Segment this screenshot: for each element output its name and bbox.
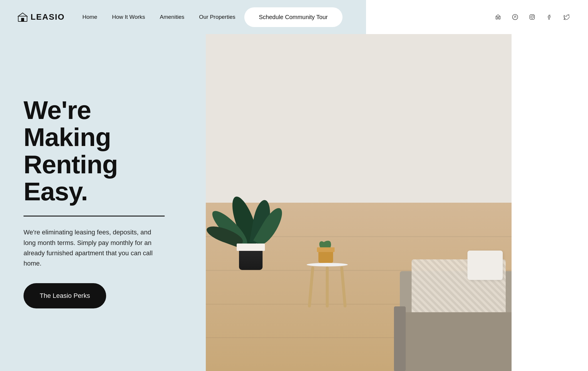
hero-description: We're eliminating leasing fees, deposits…: [24, 227, 159, 268]
couch-body: [394, 312, 512, 371]
nav-link-how-it-works[interactable]: How It Works: [112, 14, 145, 20]
side-table: [307, 263, 348, 266]
hero-left: We're Making Renting Easy. We're elimina…: [0, 34, 206, 371]
logo[interactable]: LEASIO: [18, 12, 65, 22]
facebook-icon[interactable]: [545, 13, 553, 21]
nav-item-amenities[interactable]: Amenities: [160, 14, 184, 20]
nav-link-amenities[interactable]: Amenities: [160, 14, 184, 20]
hero-title-line2: Renting Easy.: [24, 150, 118, 206]
hero-right: [206, 34, 588, 371]
houzz-icon[interactable]: [494, 13, 502, 21]
couch: [394, 268, 512, 371]
logo-text: LEASIO: [31, 12, 65, 22]
nav-link-home[interactable]: Home: [82, 14, 97, 20]
svg-rect-1: [21, 18, 24, 21]
hero-title: We're Making Renting Easy.: [24, 97, 182, 205]
couch-arm: [394, 306, 406, 371]
room-scene: [206, 34, 512, 371]
pillow: [467, 251, 503, 280]
instagram-icon[interactable]: [528, 13, 536, 21]
nav-item-our-properties[interactable]: Our Properties: [199, 14, 235, 20]
hero-title-line1: We're Making: [24, 95, 111, 152]
large-plant: [230, 152, 271, 270]
pinterest-icon[interactable]: [511, 13, 519, 21]
table-top: [307, 263, 348, 266]
large-plant-pot: [239, 244, 263, 270]
nav-cta-wrapper: Schedule Community Tour: [235, 0, 348, 34]
small-plant: [318, 250, 333, 263]
table-leg-3: [326, 266, 329, 308]
svg-point-2: [512, 14, 518, 20]
svg-point-5: [533, 15, 534, 16]
nav-left: LEASIO Home How It Works Amenities Our P…: [0, 0, 366, 34]
nav-item-home[interactable]: Home: [82, 14, 97, 20]
navigation: LEASIO Home How It Works Amenities Our P…: [0, 0, 588, 34]
room-photo: [206, 34, 512, 371]
main-content: We're Making Renting Easy. We're elimina…: [0, 34, 588, 371]
nav-right: [366, 0, 588, 34]
schedule-tour-button[interactable]: Schedule Community Tour: [244, 7, 343, 27]
nav-links: Home How It Works Amenities Our Properti…: [82, 14, 235, 20]
leasio-perks-button[interactable]: The Leasio Perks: [24, 283, 106, 308]
white-panel: [512, 34, 588, 371]
nav-item-how-it-works[interactable]: How It Works: [112, 14, 145, 20]
nav-link-our-properties[interactable]: Our Properties: [199, 14, 235, 20]
home-icon: [18, 12, 28, 22]
twitter-icon[interactable]: [562, 13, 570, 21]
small-plant-pot: [318, 250, 333, 263]
svg-point-4: [531, 16, 533, 18]
hero-divider: [24, 216, 165, 216]
